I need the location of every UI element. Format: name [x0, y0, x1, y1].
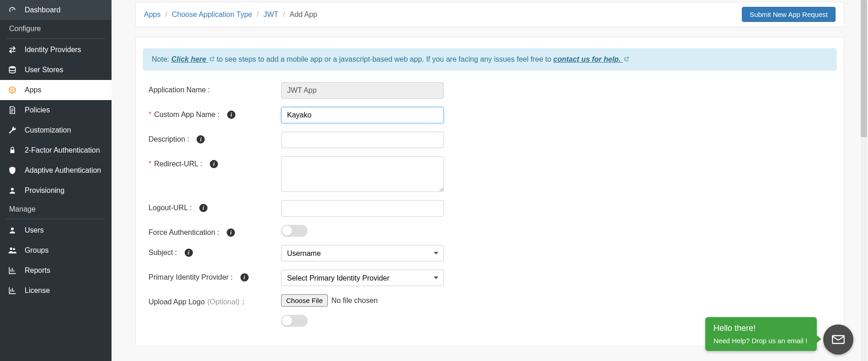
sidebar-item-user-stores[interactable]: User Stores — [0, 60, 112, 80]
sidebar: Dashboard Configure Identity Providers U… — [0, 0, 112, 361]
info-icon[interactable]: i — [240, 273, 249, 281]
sidebar-item-label: Provisioning — [25, 186, 64, 195]
breadcrumb-separator: / — [165, 11, 167, 19]
sidebar-item-label: Customization — [25, 126, 71, 134]
sidebar-item-label: Apps — [25, 86, 41, 94]
logout-url-input[interactable] — [281, 200, 444, 217]
force-auth-label: Force Authentication : i — [149, 225, 281, 237]
form-card: Note: Click here to see steps to add a m… — [135, 37, 844, 346]
application-name-label: Application Name : — [149, 82, 281, 94]
breadcrumb-separator: / — [283, 11, 285, 19]
sidebar-item-2fa[interactable]: 2-Factor Authentication — [0, 140, 112, 160]
subject-label: Subject : i — [149, 245, 281, 257]
cube-icon — [7, 85, 17, 95]
exchange-icon — [7, 45, 17, 55]
help-bubble-body: Need Help? Drop us an email ! — [714, 337, 809, 345]
scrollbar-thumb[interactable] — [861, 0, 867, 137]
sidebar-item-label: Adaptive Authentication — [25, 166, 101, 175]
info-icon[interactable]: i — [227, 111, 235, 119]
sidebar-item-label: User Stores — [25, 66, 63, 74]
user-icon — [7, 225, 17, 235]
sidebar-item-label: Reports — [25, 266, 50, 275]
note-label: Note: — [152, 55, 171, 63]
click-here-link[interactable]: Click here — [171, 55, 215, 63]
info-icon[interactable]: i — [199, 204, 208, 212]
info-icon[interactable]: i — [185, 249, 193, 257]
primary-idp-select[interactable]: Select Primary Identity Provider — [281, 270, 444, 286]
breadcrumb-bar: Apps / Choose Application Type / JWT / A… — [135, 2, 844, 27]
logout-url-label: Logout-URL : i — [149, 200, 281, 212]
sidebar-item-adaptive-auth[interactable]: Adaptive Authentication — [0, 160, 112, 180]
dashboard-icon — [7, 5, 17, 15]
sidebar-item-label: License — [25, 287, 50, 295]
sidebar-item-users[interactable]: Users — [0, 220, 112, 240]
external-link-icon — [209, 56, 215, 62]
help-bubble-title: Hello there! — [714, 324, 809, 333]
custom-app-name-label: *Custom App Name : i — [149, 107, 281, 119]
sidebar-item-label: Groups — [25, 246, 48, 255]
force-auth-toggle[interactable] — [281, 225, 308, 237]
svg-point-1 — [11, 188, 14, 191]
description-label: Description : i — [149, 132, 281, 143]
subject-select[interactable]: Username — [281, 245, 444, 261]
note-alert: Note: Click here to see steps to add a m… — [143, 48, 836, 70]
help-fab-button[interactable] — [823, 324, 853, 355]
svg-point-3 — [10, 248, 13, 250]
choose-file-button[interactable]: Choose File — [281, 294, 328, 307]
sidebar-item-provisioning[interactable]: Provisioning — [0, 180, 112, 201]
redirect-url-label: *Redirect-URL : i — [149, 156, 281, 168]
sidebar-item-customization[interactable]: Customization — [0, 120, 112, 140]
breadcrumb-choose-type[interactable]: Choose Application Type — [172, 11, 252, 19]
note-mid-text: to see steps to add a mobile app or a ja… — [217, 55, 553, 63]
redirect-url-input[interactable] — [281, 156, 444, 192]
breadcrumb-current: Add App — [290, 11, 318, 19]
sidebar-item-label: Policies — [25, 106, 50, 114]
external-link-icon — [624, 56, 629, 62]
chart-icon — [7, 265, 17, 276]
svg-point-2 — [11, 228, 14, 230]
contact-link[interactable]: contact us for help. — [554, 55, 629, 63]
breadcrumb-apps[interactable]: Apps — [144, 11, 160, 19]
sidebar-header-configure: Configure — [0, 20, 112, 37]
sidebar-item-label: Users — [25, 226, 44, 234]
partial-toggle[interactable] — [281, 315, 308, 327]
primary-idp-label: Primary Identity Provider : i — [149, 270, 281, 281]
sidebar-item-dashboard[interactable]: Dashboard — [0, 0, 112, 20]
submit-new-app-button[interactable]: Submit New App Request — [742, 7, 836, 22]
chart-icon — [7, 286, 17, 296]
info-icon[interactable]: i — [197, 135, 205, 143]
info-icon[interactable]: i — [227, 228, 235, 237]
file-chosen-text: No file chosen — [331, 297, 378, 305]
add-app-form: Application Name : *Custom App Name : i … — [143, 82, 836, 327]
sidebar-item-label: Identity Providers — [25, 46, 81, 54]
svg-point-0 — [9, 66, 15, 69]
document-icon — [7, 105, 17, 115]
sidebar-header-manage: Manage — [0, 201, 112, 218]
info-icon[interactable]: i — [210, 160, 218, 168]
breadcrumb: Apps / Choose Application Type / JWT / A… — [144, 11, 317, 19]
upload-logo-label: Upload App Logo (Optional): — [149, 294, 281, 306]
partial-label — [149, 315, 281, 319]
custom-app-name-input[interactable] — [281, 107, 444, 123]
wrench-icon — [7, 125, 17, 135]
database-icon — [7, 65, 17, 75]
sidebar-item-label: 2-Factor Authentication — [25, 146, 100, 154]
sidebar-item-reports[interactable]: Reports — [0, 260, 112, 281]
breadcrumb-separator: / — [257, 11, 259, 19]
user-icon — [7, 186, 17, 196]
sidebar-item-license[interactable]: License — [0, 281, 112, 301]
sidebar-item-policies[interactable]: Policies — [0, 100, 112, 120]
sidebar-item-groups[interactable]: Groups — [0, 240, 112, 260]
breadcrumb-jwt[interactable]: JWT — [263, 11, 278, 19]
sidebar-item-label: Dashboard — [25, 6, 60, 14]
main-content: Apps / Choose Application Type / JWT / A… — [112, 0, 868, 361]
help-bubble[interactable]: Hello there! Need Help? Drop us an email… — [705, 317, 817, 351]
sidebar-item-identity-providers[interactable]: Identity Providers — [0, 40, 112, 60]
users-icon — [7, 245, 17, 255]
shield-icon — [7, 165, 17, 175]
sidebar-item-apps[interactable]: Apps — [0, 80, 112, 100]
svg-point-4 — [13, 248, 15, 250]
description-input[interactable] — [281, 132, 444, 148]
svg-rect-5 — [832, 336, 844, 344]
envelope-icon — [831, 332, 846, 347]
